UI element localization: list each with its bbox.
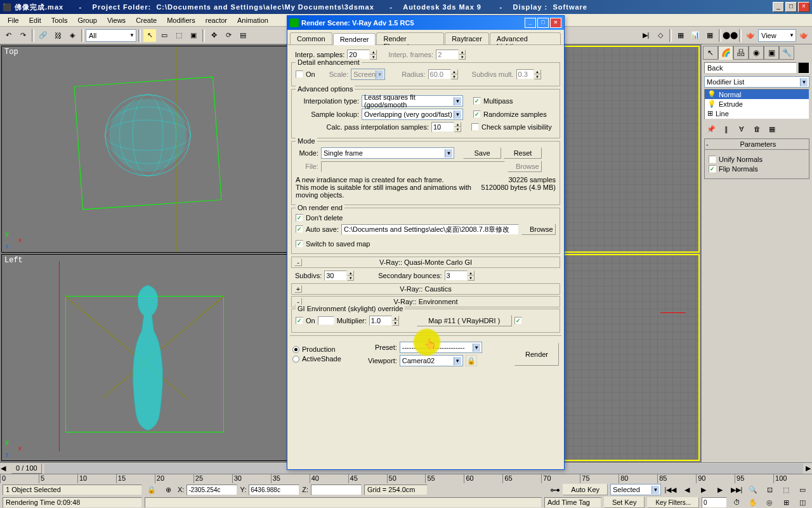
multipass-checkbox[interactable]: ✓ [473,97,481,105]
time-config-icon[interactable]: ⏱ [730,495,743,508]
dialog-titlebar[interactable]: Render Scene: V-Ray Adv 1.5 RC5 _ □ × [287,16,564,30]
motion-tab-icon[interactable]: ◉ [749,46,764,60]
autosave-path-input[interactable] [341,224,519,235]
menu-animation[interactable]: Animation [232,15,273,25]
goto-end-icon[interactable]: ▶▶| [730,483,743,497]
redo-icon[interactable]: ↷ [16,29,30,43]
calc-samples-input[interactable] [431,122,454,132]
fov-icon[interactable]: ▭ [796,483,809,497]
create-tab-icon[interactable]: ↖ [703,46,718,60]
rotate-icon[interactable]: ⟳ [221,29,235,43]
goto-start-icon[interactable]: |◀◀ [664,483,678,497]
time-tag[interactable]: Add Time Tag [544,497,601,508]
detail-on-checkbox[interactable] [296,70,303,78]
undo-icon[interactable]: ↶ [1,29,15,43]
flip-checkbox[interactable]: ✓ [709,165,716,173]
maximize-vp-icon[interactable]: ⊞ [779,495,793,508]
tab-advanced-lighting[interactable]: Advanced Lighting [490,32,561,44]
setkey-button[interactable]: Set Key [604,497,645,508]
select-name-icon[interactable]: ▭ [157,29,171,43]
arc-rotate-icon[interactable]: ◎ [763,495,776,508]
curve-editor-icon[interactable]: 📊 [688,29,702,43]
menu-reactor[interactable]: reactor [200,15,232,25]
z-coord-input[interactable] [311,485,362,495]
color-swatch[interactable] [798,62,809,74]
gi-on-checkbox[interactable]: ✓ [296,317,303,324]
render-scene-icon[interactable]: 🫖 [743,29,757,43]
show-end-icon[interactable]: ‖ [719,122,733,136]
sample-lookup-combo[interactable]: Overlapping (very good/fast) [362,109,463,120]
link-icon[interactable]: 🔗 [36,29,50,43]
tab-render-elements[interactable]: Render Elements [376,32,444,44]
menu-edit[interactable]: Edit [24,15,46,25]
select-icon[interactable]: ↖ [143,29,157,43]
qmc-bounces-input[interactable] [445,271,468,281]
scale-icon[interactable]: ▤ [236,29,250,43]
interp-type-combo[interactable]: Least squares fit (good/smooth [362,95,463,107]
move-icon[interactable]: ✥ [207,29,221,43]
lock-icon[interactable]: 🔒 [145,483,159,497]
menu-create[interactable]: Create [131,15,162,25]
switch-checkbox[interactable]: ✓ [296,240,303,248]
unify-checkbox[interactable] [709,156,716,163]
qmc-rollup[interactable]: -V-Ray:: Quasi-Monte Carlo GI [291,257,560,268]
y-coord-input[interactable] [249,485,299,495]
qmc-subdivs-input[interactable] [324,271,347,281]
tab-renderer[interactable]: Renderer [333,33,376,45]
min-max-icon[interactable]: ◫ [796,495,809,508]
parameters-header[interactable]: Parameters [740,140,776,148]
gi-mult-input[interactable] [369,316,392,326]
reset-button[interactable]: Reset [504,147,542,159]
key-icon[interactable]: ⊶ [550,484,560,496]
make-unique-icon[interactable]: ∀ [735,122,749,136]
align-icon[interactable]: ◇ [653,29,667,43]
render-button[interactable]: Render [514,343,559,366]
timeline-prev-icon[interactable]: ◀ [0,464,6,472]
tab-common[interactable]: Common [290,32,332,44]
zoom-ext-icon[interactable]: ⬚ [779,483,793,497]
quick-render-icon[interactable]: 🫖 [797,29,811,43]
close-button[interactable]: × [798,2,809,12]
autosave-checkbox[interactable]: ✓ [296,225,303,233]
dialog-close-button[interactable]: × [550,18,561,28]
object-name-input[interactable] [704,62,797,74]
menu-modifiers[interactable]: Modifiers [162,15,200,25]
check-vis-checkbox[interactable] [471,123,479,131]
lock-viewport-icon[interactable]: 🔒 [466,355,477,366]
select-region-icon[interactable]: ⬚ [172,29,186,43]
gi-color-swatch[interactable] [318,316,334,325]
frame-indicator[interactable]: 0 / 100 [11,464,42,474]
utilities-tab-icon[interactable]: 🔧 [779,46,794,60]
zoom-icon[interactable]: 🔍 [746,483,760,497]
modifier-stack[interactable]: 💡Normal 💡Extrude ⊞Line [704,89,809,119]
selection-filter-combo[interactable]: All [86,29,136,42]
pan-icon[interactable]: ✋ [746,495,760,508]
layers-icon[interactable]: ▦ [674,29,688,43]
menu-tools[interactable]: Tools [46,15,73,25]
gi-map-button[interactable]: Map #11 ( VRayHDRI ) [417,315,512,326]
dialog-minimize-button[interactable]: _ [525,18,536,28]
keyfilters-button[interactable]: Key Filters... [647,497,699,508]
dont-delete-checkbox[interactable]: ✓ [296,214,303,222]
zoom-all-icon[interactable]: ⊡ [763,483,776,497]
autokey-button[interactable]: Auto Key [563,484,608,495]
modifier-list-combo[interactable]: Modifier List [704,76,809,88]
caustics-rollup[interactable]: +V-Ray:: Caustics [291,283,560,295]
schematic-icon[interactable]: ▦ [703,29,717,43]
minimize-button[interactable]: _ [773,2,784,12]
save-button[interactable]: Save [463,147,501,159]
play-icon[interactable]: ▶ [697,483,710,497]
menu-file[interactable]: File [3,15,24,25]
hierarchy-tab-icon[interactable]: 品 [733,46,749,60]
dialog-maximize-button[interactable]: □ [537,18,549,28]
viewport-combo[interactable]: Camera02 [400,355,463,366]
display-tab-icon[interactable]: ▣ [764,46,779,60]
preset-combo[interactable]: --------------------------- [400,342,482,353]
material-icon[interactable]: ⬤⬤ [723,29,737,43]
next-frame-icon[interactable]: ▶ [713,483,727,497]
pin-stack-icon[interactable]: 📌 [704,122,718,136]
unlink-icon[interactable]: ⛓ [51,29,65,43]
mirror-icon[interactable]: ▶| [639,29,653,43]
menu-group[interactable]: Group [72,15,102,25]
modify-tab-icon[interactable]: 🌈 [718,46,733,60]
